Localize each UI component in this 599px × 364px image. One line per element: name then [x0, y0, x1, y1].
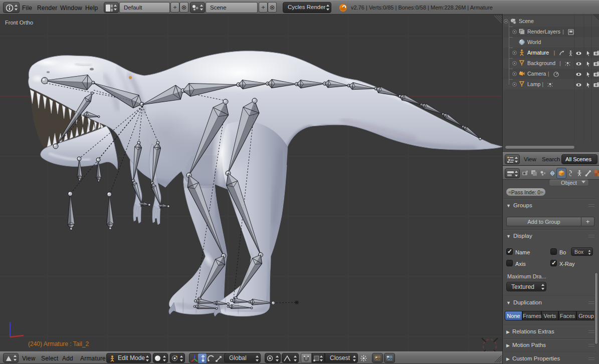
shading-dropdown[interactable] [153, 353, 168, 363]
scale-manipulator-icon[interactable] [215, 354, 223, 362]
outliner-row-background[interactable]: Background| [503, 58, 599, 69]
snap-peel-icon[interactable] [360, 354, 367, 362]
render-seq-button[interactable] [384, 353, 395, 363]
outliner-item-label[interactable]: World [527, 39, 541, 45]
checkbox-bounds[interactable] [550, 248, 557, 255]
tab-render-layers[interactable] [530, 168, 539, 178]
restrict-render-icon[interactable] [593, 50, 599, 56]
tab-object-data[interactable] [575, 168, 584, 178]
restrict-visible-icon[interactable] [575, 81, 582, 88]
context-dropdown[interactable]: Object [549, 179, 589, 186]
rotate-manipulator-icon[interactable] [207, 354, 215, 362]
add-layout-button[interactable]: + [170, 2, 179, 13]
outliner-menu-view[interactable]: View [524, 156, 536, 162]
outliner-editor-type-button[interactable] [505, 154, 520, 164]
outliner-row-armature[interactable]: Armature| [503, 48, 599, 58]
viewport-3d[interactable]: Front Ortho (240) Armature : Tail_2 [0, 15, 502, 351]
tab-world[interactable] [548, 168, 557, 178]
duplication-option-verts[interactable]: Verts [541, 311, 558, 320]
pass-index-slider[interactable]: ◀ Pass Inde: 0 ▶ [506, 188, 546, 196]
snap-element-dropdown[interactable] [312, 353, 325, 363]
editor-type-button[interactable] [3, 353, 19, 363]
menu-help[interactable]: Help [85, 5, 98, 12]
section-duplication[interactable]: ▼Duplication [506, 299, 542, 305]
menu-window[interactable]: Window [60, 5, 82, 12]
duplication-option-group[interactable]: Group [576, 311, 596, 320]
mode-dropdown[interactable]: Edit Mode [106, 353, 151, 363]
render-ob-button[interactable] [372, 353, 383, 363]
expand-icon[interactable] [512, 72, 517, 76]
duplication-option-faces[interactable]: Faces [558, 311, 576, 320]
section-custom-properties[interactable]: ▶Custom Properties [506, 355, 560, 361]
outliner-row-camera[interactable]: Camera| [503, 69, 599, 79]
app-icon-button[interactable] [3, 2, 20, 13]
restrict-visible-icon[interactable] [575, 50, 582, 56]
restrict-visible-icon[interactable] [575, 71, 582, 77]
restrict-visible-icon[interactable] [575, 60, 582, 67]
tab-scene[interactable] [539, 168, 548, 178]
scene-name-field[interactable]: Scene [206, 2, 258, 13]
close-scene-button[interactable]: ⊗ [268, 2, 277, 13]
properties-editor-type-button[interactable] [505, 168, 520, 178]
restrict-select-icon[interactable] [585, 81, 591, 88]
orientation-dropdown[interactable]: Global [224, 353, 261, 363]
outliner-editor[interactable]: SceneRenderLayers|WorldArmature|Backgrou… [503, 14, 599, 152]
expand-icon[interactable] [512, 30, 517, 34]
close-layout-button[interactable]: ⊗ [179, 2, 188, 13]
outliner-row-lamp[interactable]: Lamp| [503, 79, 599, 90]
expand-icon[interactable] [512, 82, 517, 87]
tab-constraints[interactable] [566, 168, 575, 178]
checkbox-axis[interactable] [506, 260, 513, 266]
tab-bone[interactable] [584, 168, 593, 178]
menu-armature[interactable]: Armature [80, 355, 106, 362]
outliner-item-label[interactable]: Lamp [527, 81, 540, 87]
bone-hand_near[interactable] [160, 204, 170, 208]
expand-icon[interactable] [512, 51, 517, 55]
snap-toggle-button[interactable] [301, 353, 312, 363]
tab-texture[interactable] [593, 168, 599, 178]
restrict-select-icon[interactable] [585, 60, 591, 67]
proportional-edit-dropdown[interactable] [265, 353, 281, 363]
outliner-row-renderlayers[interactable]: RenderLayers| [503, 27, 599, 37]
area-corner-widget[interactable] [494, 16, 502, 23]
tab-object[interactable] [557, 168, 566, 178]
restrict-select-icon[interactable] [585, 50, 591, 56]
add-scene-button[interactable]: + [259, 2, 268, 13]
outliner-item-label[interactable]: Camera [527, 71, 546, 77]
expand-icon[interactable] [504, 19, 508, 24]
outliner-menu-search[interactable]: Search [542, 156, 560, 162]
bounds-type-dropdown[interactable]: Box [571, 247, 593, 256]
screen-layout-icon-button[interactable] [104, 2, 119, 13]
outliner-row-scene[interactable]: Scene [503, 16, 599, 27]
add-to-group-button[interactable]: Add to Group [506, 217, 581, 226]
menu-view[interactable]: View [22, 355, 36, 362]
scene-browse-icon-button[interactable] [190, 2, 205, 13]
outliner-item-label[interactable]: RenderLayers [527, 29, 560, 35]
manipulator-axis-icon[interactable] [190, 354, 198, 362]
outliner-hscrollbar[interactable] [505, 145, 575, 149]
render-engine-dropdown[interactable]: Cycles Render [283, 2, 331, 13]
add-group-plus-button[interactable]: + [581, 217, 594, 226]
outliner-row-world[interactable]: World [503, 37, 599, 48]
duplication-option-frames[interactable]: Frames [522, 311, 541, 320]
bone-ik_c[interactable] [68, 192, 75, 230]
menu-file[interactable]: File [22, 5, 32, 12]
outliner-item-label[interactable]: Background [527, 60, 555, 66]
area-corner-widget[interactable] [494, 353, 502, 362]
menu-render[interactable]: Render [37, 5, 58, 12]
falloff-dropdown[interactable] [282, 353, 299, 363]
draw-type-dropdown[interactable]: Textured [506, 282, 546, 291]
bone-hand_far[interactable] [141, 202, 151, 206]
checkbox-name[interactable]: ✓ [506, 248, 513, 255]
duplication-option-none[interactable]: None [505, 311, 522, 320]
tab-render[interactable] [521, 168, 530, 178]
properties-vscrollbar[interactable] [594, 272, 598, 344]
pivot-dropdown[interactable] [170, 353, 185, 363]
translate-manipulator-button[interactable] [198, 353, 207, 363]
snap-target-dropdown[interactable]: Closest [325, 353, 358, 363]
outliner-item-label[interactable]: Armature [527, 50, 549, 56]
section-groups[interactable]: ▼Groups [506, 202, 532, 208]
expand-icon[interactable] [512, 61, 517, 66]
menu-select[interactable]: Select [41, 355, 59, 362]
outliner-item-label[interactable]: Scene [519, 18, 534, 24]
